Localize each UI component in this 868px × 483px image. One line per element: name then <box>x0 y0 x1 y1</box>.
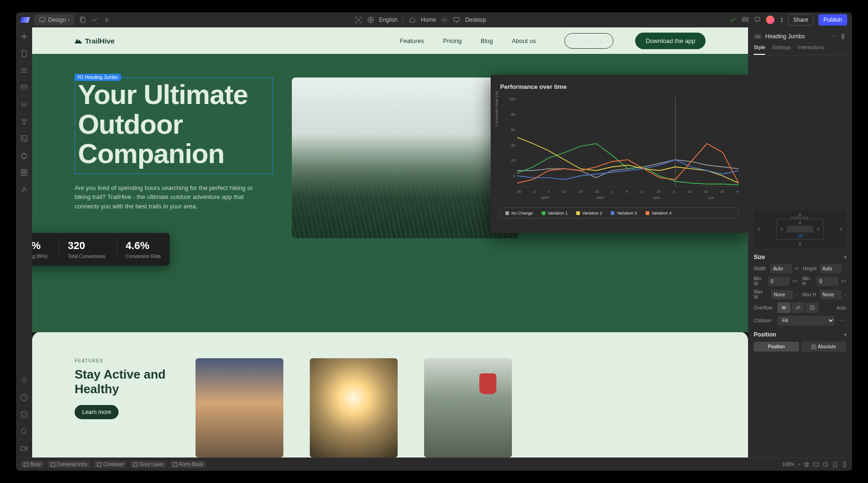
features-eyebrow[interactable]: FEATURES <box>75 358 169 363</box>
analytics-icon[interactable] <box>91 16 99 24</box>
chart-legend: No ChangeVariation 1Variation 2Variation… <box>500 207 739 219</box>
feature-image-2[interactable] <box>310 358 398 457</box>
breadcrumb-bar: Body Centered Intro Container Grey Layer… <box>16 457 852 471</box>
grid-icon[interactable] <box>804 462 809 467</box>
share-button[interactable]: Share <box>788 14 814 26</box>
y-axis-label: Conversion Rate (%) <box>494 91 499 126</box>
feature-image-3[interactable] <box>424 358 512 457</box>
hero-image[interactable] <box>292 78 519 238</box>
crumb-layer[interactable]: Grey Layer <box>130 461 166 468</box>
minw-input[interactable] <box>768 277 790 286</box>
svg-rect-33 <box>134 463 137 466</box>
position-btn[interactable]: Position <box>754 342 799 352</box>
cms-icon[interactable] <box>20 151 28 160</box>
apps-icon[interactable] <box>20 168 28 177</box>
avatar[interactable] <box>766 16 774 24</box>
maxh-input[interactable] <box>820 290 842 299</box>
checkbox-icon[interactable] <box>20 410 28 419</box>
crumb-container[interactable]: Container <box>94 461 127 468</box>
focus-icon[interactable] <box>355 16 362 24</box>
language-label[interactable]: English <box>379 17 398 23</box>
nav-blog[interactable]: Blog <box>481 37 493 44</box>
minh-input[interactable] <box>817 277 838 286</box>
features-heading[interactable]: Stay Active and Healthy <box>75 367 169 397</box>
svg-rect-32 <box>97 463 101 466</box>
bp-xl-icon[interactable] <box>813 462 819 467</box>
stats-popup: 3.4% Lift (Stat Sig 99%) 320 Total Conve… <box>32 233 170 266</box>
selected-element[interactable]: Your Ultimate Outdoor Companion <box>75 78 273 174</box>
overflow-visible[interactable] <box>777 302 791 313</box>
height-input[interactable] <box>820 264 842 273</box>
preview-icon[interactable] <box>103 16 111 24</box>
learn-more-button[interactable]: Learn more <box>75 405 119 419</box>
chevron-down-icon[interactable]: ▾ <box>844 333 846 337</box>
publish-button[interactable]: Publish <box>818 14 847 26</box>
queue-icon[interactable] <box>741 16 749 24</box>
components-icon[interactable] <box>20 83 28 92</box>
help-icon[interactable] <box>20 393 28 402</box>
hero-paragraph[interactable]: Are you tired of spending hours searchin… <box>75 183 259 211</box>
bp-l-icon[interactable] <box>823 462 828 467</box>
spacing-editor[interactable]: PADDING 0 0 0 0 0 15 0 0 <box>754 210 846 248</box>
search-icon[interactable] <box>20 427 28 436</box>
nav-pricing[interactable]: Pricing <box>443 37 462 44</box>
absolute-btn[interactable]: Absolute <box>801 342 846 352</box>
chevron-down-icon[interactable]: ▾ <box>844 255 846 259</box>
nav-features[interactable]: Features <box>400 37 424 44</box>
svg-point-22 <box>21 429 26 433</box>
left-toolbar <box>16 27 32 457</box>
tab-settings[interactable]: Settings <box>772 44 791 55</box>
contact-button[interactable]: Contact us <box>564 33 613 49</box>
more-icon[interactable]: ⋯ <box>837 318 846 324</box>
download-button[interactable]: Download the app <box>635 33 706 49</box>
children-select[interactable]: Fill <box>777 316 834 326</box>
video-icon[interactable] <box>20 444 28 453</box>
selection-label: H1 Heading Jumbo <box>75 74 121 81</box>
crumb-form[interactable]: Form Block <box>170 461 206 468</box>
assets-icon[interactable] <box>20 134 28 143</box>
feature-image-1[interactable] <box>196 358 283 457</box>
brand-logo[interactable]: TrailHive <box>75 37 115 45</box>
mountain-icon <box>75 38 82 43</box>
viewport-label[interactable]: Desktop <box>465 17 486 23</box>
home-label[interactable]: Home <box>421 17 436 23</box>
overflow-hidden[interactable] <box>791 302 805 313</box>
audit-icon[interactable] <box>20 185 28 194</box>
bp-s-icon[interactable] <box>842 462 847 467</box>
svg-rect-23 <box>21 447 26 450</box>
svg-rect-21 <box>21 412 27 417</box>
features-section: FEATURES Stay Active and Healthy Learn m… <box>32 332 748 457</box>
width-input[interactable] <box>770 264 792 273</box>
overflow-scroll[interactable] <box>806 302 819 313</box>
design-mode-dropdown[interactable]: Design ▾ <box>34 14 74 26</box>
maxw-input[interactable] <box>771 290 793 299</box>
pages-icon[interactable] <box>79 16 86 24</box>
top-toolbar: Design ▾ English | Home Desktop 1 Share … <box>16 12 852 27</box>
variables-icon[interactable] <box>20 100 28 109</box>
zoom-level[interactable]: 100% <box>782 462 794 467</box>
comment-icon[interactable] <box>754 16 761 24</box>
design-canvas[interactable]: TrailHive Features Pricing Blog About us… <box>32 27 748 457</box>
crumb-section[interactable]: Centered Intro <box>48 461 90 468</box>
webflow-logo[interactable] <box>20 17 30 23</box>
style-icon[interactable] <box>20 117 28 126</box>
svg-rect-36 <box>824 463 827 466</box>
chart-title: Performance over time <box>500 83 739 90</box>
add-icon[interactable] <box>20 32 28 41</box>
bp-m-icon[interactable] <box>832 462 838 467</box>
hero-heading[interactable]: Your Ultimate Outdoor Companion <box>78 80 270 169</box>
component-icon[interactable] <box>840 33 846 40</box>
tab-style[interactable]: Style <box>754 44 765 55</box>
pages-panel-icon[interactable] <box>20 49 28 58</box>
navigator-icon[interactable] <box>20 66 28 75</box>
more-icon[interactable]: ⋯ <box>832 34 837 40</box>
gear-icon[interactable] <box>441 16 448 24</box>
nav-about[interactable]: About us <box>512 37 536 44</box>
svg-point-5 <box>443 19 445 21</box>
tab-interactions[interactable]: Interactions <box>797 44 824 55</box>
check-icon[interactable] <box>729 16 737 24</box>
crumb-body[interactable]: Body <box>21 461 44 468</box>
x-axis: 303710152319172521018264 <box>517 190 739 194</box>
settings-icon[interactable] <box>20 376 28 385</box>
y-axis: 100 80 60 40 20 0 <box>503 97 515 178</box>
